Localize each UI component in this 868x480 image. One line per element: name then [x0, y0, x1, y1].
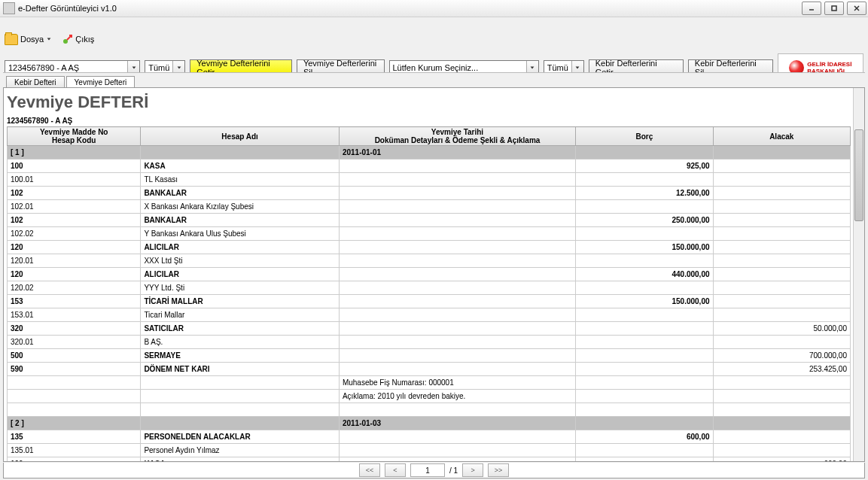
exit-label: Çıkış	[75, 35, 94, 44]
pager: << < / 1 > >>	[3, 463, 865, 478]
table-row: 102.02Y Bankası Ankara Ulus Şubesi	[8, 227, 851, 241]
app-icon	[3, 2, 15, 14]
window-titlebar: e-Defter Görüntüleyici v1.0	[0, 0, 868, 17]
report-subtitle: 1234567890 - A AŞ	[7, 117, 851, 125]
table-row: 153.01Ticari Mallar	[8, 308, 851, 322]
folder-icon	[5, 34, 18, 45]
period1-value: Tümü	[145, 63, 172, 72]
col-hesap-adi: Hesap Adı	[141, 127, 340, 146]
toolbar-file: Dosya Çıkış	[0, 29, 868, 49]
window-title: e-Defter Görüntüleyici v1.0	[18, 4, 117, 13]
kurum-value: Lütfen Kurum Seçiniz...	[390, 63, 526, 72]
col-detay: Yevmiye TarihiDoküman Detayları & Ödeme …	[339, 127, 575, 146]
table-row: 135.01Personel Aydın Yılmaz	[8, 444, 851, 457]
exit-button[interactable]: Çıkış	[62, 34, 94, 44]
table-row: Açıklama: 2010 yılı devreden bakiye.	[8, 390, 851, 403]
tab-kebir[interactable]: Kebir Defteri	[6, 76, 65, 88]
exit-icon	[62, 34, 73, 44]
table-row: [ 2 ]2011-01-03	[8, 417, 851, 430]
vertical-scrollbar[interactable]	[853, 88, 864, 461]
table-row: Muhasebe Fiş Numarası: 000001	[8, 376, 851, 390]
table-row: 100KASA925,00	[8, 159, 851, 173]
pager-last[interactable]: >>	[488, 463, 509, 477]
table-row: 102.01X Bankası Ankara Kızılay Şubesi	[8, 200, 851, 214]
table-row: 100KASA600,00	[8, 457, 851, 462]
col-borc: Borç	[576, 127, 713, 146]
table-row: 120ALICILAR150.000,00	[8, 241, 851, 254]
table-row: 320.01B AŞ.	[8, 336, 851, 349]
chevron-down-icon	[46, 36, 52, 42]
table-row: 102BANKALAR250.000,00	[8, 214, 851, 227]
menubar	[0, 17, 868, 29]
tab-yevmiye[interactable]: Yevmiye Defteri	[66, 76, 136, 88]
table-row: 135PERSONELDEN ALACAKLAR600,00	[8, 430, 851, 444]
report-panel: Yevmiye DEFTERİ 1234567890 - A AŞ Yevmiy…	[3, 87, 865, 462]
table-row: 102BANKALAR12.500,00	[8, 187, 851, 200]
pager-page-input[interactable]	[410, 463, 445, 477]
table-row: 500SERMAYE700.000,00	[8, 349, 851, 363]
logo-line1: GELİR İDARESİ	[807, 61, 851, 68]
period2-value: Tümü	[544, 63, 571, 72]
report-tabs: Kebir Defteri Yevmiye Defteri	[3, 72, 865, 89]
report-scroll[interactable]: Yevmiye DEFTERİ 1234567890 - A AŞ Yevmiy…	[4, 88, 854, 461]
pager-total: / 1	[449, 466, 458, 475]
svg-rect-1	[832, 6, 836, 11]
pager-next[interactable]: >	[462, 463, 483, 477]
file-label: Dosya	[20, 35, 44, 44]
table-row: 120ALICILAR440.000,00	[8, 268, 851, 281]
maximize-button[interactable]	[824, 2, 844, 15]
pager-prev[interactable]: <	[385, 463, 406, 477]
table-row: 100.01TL Kasası	[8, 173, 851, 187]
table-row: [ 1 ]2011-01-01	[8, 146, 851, 159]
table-row: 120.01XXX Ltd Şti	[8, 254, 851, 268]
table-row: 120.02YYY Ltd. Şti	[8, 281, 851, 295]
pager-first[interactable]: <<	[359, 463, 380, 477]
report-table: Yevmiye Madde NoHesap Kodu Hesap Adı Yev…	[7, 126, 851, 461]
company-value: 1234567890 - A AŞ	[5, 63, 127, 72]
file-menu[interactable]: Dosya	[5, 34, 52, 45]
scroll-thumb[interactable]	[854, 129, 863, 221]
report-title: Yevmiye DEFTERİ	[7, 93, 851, 112]
tab-kebir-label: Kebir Defteri	[14, 78, 56, 87]
close-button[interactable]	[847, 2, 866, 15]
col-alacak: Alacak	[713, 127, 850, 146]
table-row: 320SATICILAR50.000,00	[8, 322, 851, 336]
table-row: 590DÖNEM NET KARI253.425,00	[8, 363, 851, 376]
minimize-button[interactable]	[802, 2, 821, 15]
table-row: 153TİCARİ MALLAR150.000,00	[8, 295, 851, 308]
table-row	[8, 403, 851, 417]
col-madde: Yevmiye Madde NoHesap Kodu	[8, 127, 141, 146]
tab-yevmiye-label: Yevmiye Defteri	[75, 78, 127, 87]
